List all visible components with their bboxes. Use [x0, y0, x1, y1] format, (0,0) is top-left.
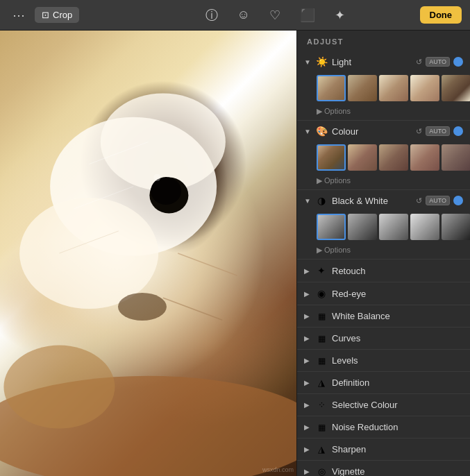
whitebalance-title: White Balance: [332, 311, 463, 321]
colour-options-label: ▶ Options: [317, 176, 463, 185]
light-thumbnails: [297, 72, 470, 104]
selective-title: Selective Colour: [332, 400, 463, 410]
levels-title: Levels: [332, 355, 463, 366]
chevron-bw: ▼: [304, 197, 311, 205]
section-definition[interactable]: ▶ ◮ Definition: [297, 372, 470, 394]
curves-icon: ▦: [315, 334, 328, 343]
sharpen-icon: ◮: [315, 444, 328, 454]
chevron-retouch: ▶: [304, 267, 311, 275]
chevron-whitebalance: ▶: [304, 312, 311, 320]
chevron-sharpen: ▶: [304, 445, 311, 453]
top-bar-right: Done: [412, 6, 471, 24]
colour-auto-badge[interactable]: AUTO: [426, 126, 450, 136]
bw-thumb-5[interactable]: [442, 214, 470, 240]
light-thumb-4[interactable]: [410, 75, 439, 101]
light-toggle[interactable]: [453, 57, 463, 67]
bw-auto-badge[interactable]: AUTO: [426, 196, 450, 205]
light-icon: ☀️: [315, 56, 328, 67]
section-redeye[interactable]: ▶ ◉ Red-eye: [297, 282, 470, 305]
crop-icon: ⊡: [42, 10, 49, 20]
bw-thumb-2[interactable]: [348, 214, 377, 240]
definition-icon: ◮: [315, 377, 328, 388]
chevron-definition: ▶: [304, 379, 311, 386]
filters-icon[interactable]: ⋯: [8, 5, 29, 26]
done-button[interactable]: Done: [420, 6, 462, 24]
colour-icon: 🎨: [315, 126, 328, 137]
colour-controls: ↺ AUTO: [416, 126, 463, 136]
section-levels[interactable]: ▶ ▦ Levels: [297, 350, 470, 372]
light-title: Light: [332, 57, 412, 67]
colour-thumbnails: [297, 142, 470, 173]
retouch-icon: ✦: [315, 265, 328, 276]
section-selective[interactable]: ▶ ⁘ Selective Colour: [297, 394, 470, 416]
bw-thumb-1[interactable]: [317, 214, 346, 240]
retouch-title: Retouch: [332, 266, 463, 276]
section-header-bw[interactable]: ▼ ◑ Black & White ↺ AUTO: [297, 190, 470, 211]
chevron-levels: ▶: [304, 357, 311, 364]
colour-thumb-4[interactable]: [410, 144, 439, 171]
chevron-curves: ▶: [304, 334, 311, 342]
section-header-colour[interactable]: ▼ 🎨 Colour ↺ AUTO: [297, 121, 470, 142]
colour-thumb-2[interactable]: [348, 144, 377, 171]
section-header-light[interactable]: ▼ ☀️ Light ↺ AUTO: [297, 51, 470, 72]
section-retouch[interactable]: ▶ ✦ Retouch: [297, 260, 470, 282]
light-options-row[interactable]: ▶ Options: [297, 104, 470, 120]
curves-title: Curves: [332, 333, 463, 343]
colour-thumb-1[interactable]: [317, 144, 346, 171]
top-bar-center: ⓘ ☺ ♡ ⬛ ✦: [139, 4, 412, 26]
light-thumb-2[interactable]: [348, 75, 377, 101]
info-icon[interactable]: ⓘ: [201, 4, 222, 26]
section-sharpen[interactable]: ▶ ◮ Sharpen: [297, 439, 470, 461]
bw-options-label: ▶ Options: [317, 246, 463, 255]
colour-options-row[interactable]: ▶ Options: [297, 173, 470, 189]
noise-title: Noise Reduction: [332, 422, 463, 432]
emoji-icon[interactable]: ☺: [233, 5, 254, 25]
bw-toggle[interactable]: [453, 196, 463, 205]
bw-thumb-4[interactable]: [410, 214, 439, 240]
colour-thumb-3[interactable]: [379, 144, 408, 171]
section-bw: ▼ ◑ Black & White ↺ AUTO ▶ Options: [297, 190, 470, 260]
vignette-title: Vignette: [332, 466, 463, 476]
chevron-vignette: ▶: [304, 468, 311, 475]
bw-title: Black & White: [332, 196, 412, 206]
photo-area: wsxdn.com: [0, 31, 296, 476]
chevron-colour: ▼: [304, 128, 311, 135]
definition-title: Definition: [332, 377, 463, 388]
bw-reset[interactable]: ↺: [416, 196, 422, 205]
colour-title: Colour: [332, 126, 412, 137]
selective-icon: ⁘: [315, 400, 328, 410]
bw-thumb-3[interactable]: [379, 214, 408, 240]
levels-icon: ▦: [315, 356, 328, 366]
share-icon[interactable]: ⬛: [296, 5, 319, 26]
bw-options-row[interactable]: ▶ Options: [297, 243, 470, 259]
watermark: wsxdn.com: [262, 466, 294, 473]
section-curves[interactable]: ▶ ▦ Curves: [297, 328, 470, 350]
dog-photo: wsxdn.com: [0, 31, 296, 476]
section-whitebalance[interactable]: ▶ ▦ White Balance: [297, 305, 470, 328]
section-noise[interactable]: ▶ ▦ Noise Reduction: [297, 416, 470, 439]
section-vignette[interactable]: ▶ ◎ Vignette: [297, 461, 470, 476]
redeye-title: Red-eye: [332, 289, 463, 299]
light-thumb-1[interactable]: [317, 75, 346, 101]
main-area: wsxdn.com ADJUST ▼ ☀️ Light ↺ AUTO: [0, 31, 470, 476]
colour-thumb-5[interactable]: [442, 144, 470, 171]
colour-toggle[interactable]: [453, 126, 463, 136]
panel-title: ADJUST: [297, 31, 470, 51]
section-colour: ▼ 🎨 Colour ↺ AUTO ▶ Options: [297, 121, 470, 190]
magic-icon[interactable]: ✦: [330, 5, 349, 26]
crop-label: Crop: [53, 10, 72, 20]
redeye-icon: ◉: [315, 288, 328, 299]
light-auto-badge[interactable]: AUTO: [426, 57, 450, 67]
light-thumb-3[interactable]: [379, 75, 408, 101]
light-thumb-5[interactable]: [442, 75, 470, 101]
chevron-light: ▼: [304, 58, 311, 66]
light-reset[interactable]: ↺: [416, 58, 422, 67]
colour-reset[interactable]: ↺: [416, 127, 422, 136]
light-controls: ↺ AUTO: [416, 57, 463, 67]
noise-icon: ▦: [315, 423, 328, 432]
crop-button[interactable]: ⊡ Crop: [35, 7, 79, 23]
heart-icon[interactable]: ♡: [265, 5, 285, 26]
section-light: ▼ ☀️ Light ↺ AUTO ▶ Options: [297, 51, 470, 121]
sharpen-title: Sharpen: [332, 444, 463, 454]
chevron-redeye: ▶: [304, 290, 311, 298]
